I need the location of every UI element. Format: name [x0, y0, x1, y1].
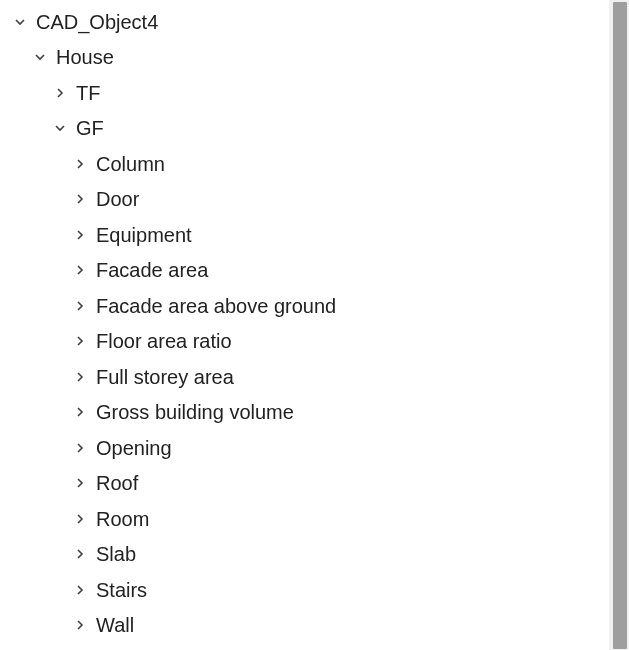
tree-item-label: House — [56, 47, 114, 67]
tree-item-label: Column — [96, 154, 165, 174]
chevron-right-icon[interactable] — [70, 331, 90, 351]
scrollbar-track[interactable] — [609, 0, 629, 650]
tree-item-gross-building-volume[interactable]: Gross building volume — [2, 395, 608, 431]
tree-item-tf[interactable]: TF — [2, 75, 608, 111]
tree-item-facade-area-above-ground[interactable]: Facade area above ground — [2, 288, 608, 324]
tree-item-slab[interactable]: Slab — [2, 537, 608, 573]
tree-item-equipment[interactable]: Equipment — [2, 217, 608, 253]
chevron-right-icon[interactable] — [70, 367, 90, 387]
chevron-right-icon[interactable] — [70, 580, 90, 600]
scrollbar-thumb[interactable] — [613, 2, 627, 649]
tree-item-house[interactable]: House — [2, 40, 608, 76]
tree-item-label: Wall — [96, 615, 134, 635]
tree-item-label: Gross building volume — [96, 402, 294, 422]
tree-item-column[interactable]: Column — [2, 146, 608, 182]
chevron-right-icon[interactable] — [70, 260, 90, 280]
chevron-right-icon[interactable] — [50, 83, 70, 103]
chevron-right-icon[interactable] — [70, 473, 90, 493]
chevron-down-icon[interactable] — [10, 12, 30, 32]
tree-item-stairs[interactable]: Stairs — [2, 572, 608, 608]
tree-item-room[interactable]: Room — [2, 501, 608, 537]
chevron-right-icon[interactable] — [70, 615, 90, 635]
tree-item-label: Facade area — [96, 260, 208, 280]
chevron-right-icon[interactable] — [70, 509, 90, 529]
chevron-right-icon[interactable] — [70, 296, 90, 316]
chevron-right-icon[interactable] — [70, 544, 90, 564]
tree-item-label: Floor area ratio — [96, 331, 232, 351]
tree-item-label: TF — [76, 83, 100, 103]
tree-view: CAD_Object4 House TF GF Column Door — [0, 0, 608, 650]
chevron-down-icon[interactable] — [30, 47, 50, 67]
chevron-right-icon[interactable] — [70, 189, 90, 209]
tree-item-wall[interactable]: Wall — [2, 608, 608, 644]
tree-item-label: Opening — [96, 438, 172, 458]
tree-item-full-storey-area[interactable]: Full storey area — [2, 359, 608, 395]
tree-item-facade-area[interactable]: Facade area — [2, 253, 608, 289]
tree-item-gf[interactable]: GF — [2, 111, 608, 147]
tree-item-cad-object4[interactable]: CAD_Object4 — [2, 4, 608, 40]
tree-item-label: Roof — [96, 473, 138, 493]
chevron-right-icon[interactable] — [70, 402, 90, 422]
tree-item-opening[interactable]: Opening — [2, 430, 608, 466]
tree-item-roof[interactable]: Roof — [2, 466, 608, 502]
chevron-right-icon[interactable] — [70, 438, 90, 458]
tree-item-label: Facade area above ground — [96, 296, 336, 316]
tree-item-label: GF — [76, 118, 104, 138]
tree-item-label: Full storey area — [96, 367, 234, 387]
chevron-down-icon[interactable] — [50, 118, 70, 138]
tree-item-label: Stairs — [96, 580, 147, 600]
tree-item-label: Room — [96, 509, 149, 529]
tree-item-door[interactable]: Door — [2, 182, 608, 218]
tree-item-label: CAD_Object4 — [36, 12, 158, 32]
tree-item-label: Door — [96, 189, 139, 209]
tree-item-floor-area-ratio[interactable]: Floor area ratio — [2, 324, 608, 360]
chevron-right-icon[interactable] — [70, 154, 90, 174]
tree-item-label: Equipment — [96, 225, 192, 245]
tree-item-label: Slab — [96, 544, 136, 564]
chevron-right-icon[interactable] — [70, 225, 90, 245]
